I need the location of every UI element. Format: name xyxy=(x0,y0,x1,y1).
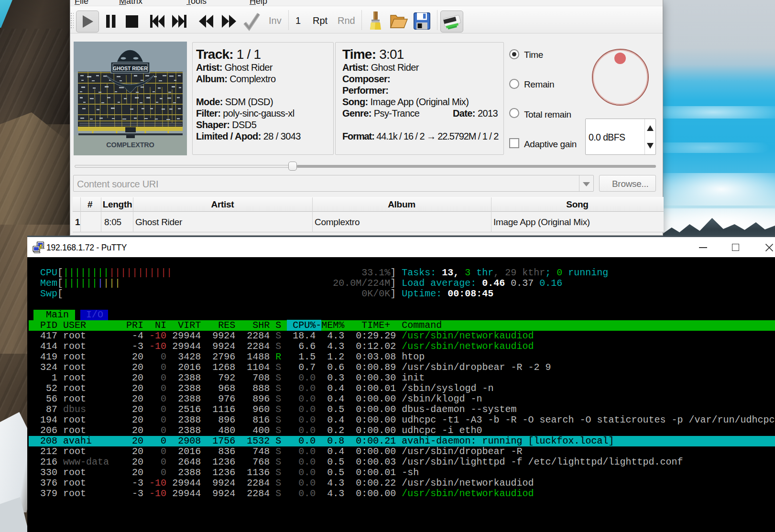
svg-text:GHOST RIDER: GHOST RIDER xyxy=(113,65,148,71)
svg-text:COMPLEXTRO: COMPLEXTRO xyxy=(106,141,154,149)
